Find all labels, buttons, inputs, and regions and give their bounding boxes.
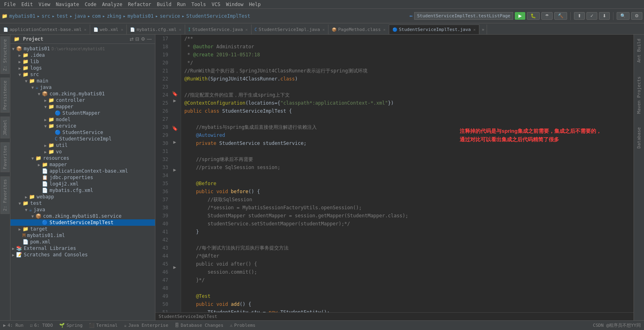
tab-overflow[interactable]: » <box>479 25 487 34</box>
tab-close-icon[interactable]: ✕ <box>322 27 325 32</box>
vcs-update-button[interactable]: ⬆ <box>574 12 585 20</box>
tree-item-mapper-res[interactable]: ▶ 📁 mapper <box>10 161 155 168</box>
tree-item-util[interactable]: ▶ 📁 util <box>10 142 155 148</box>
menu-view[interactable]: View <box>36 1 53 8</box>
tree-item-main[interactable]: ▼ 📁 main <box>10 78 155 84</box>
breadcrumb-test-class[interactable]: StudentServiceImplTest <box>186 13 250 19</box>
tab-close-icon[interactable]: ✕ <box>383 27 386 32</box>
tab-close-icon[interactable]: ✕ <box>245 27 248 32</box>
menu-build[interactable]: Build <box>155 1 174 8</box>
settings-button[interactable]: ⚙ <box>631 12 642 20</box>
coverage-button[interactable]: ☂ <box>541 12 553 20</box>
tree-item-model[interactable]: ▶ 📁 model <box>10 116 155 123</box>
tab-applicationcontext[interactable]: 📄 applicationContext-base.xml ✕ <box>0 25 90 34</box>
tree-item-studentservice[interactable]: ▶ 🔵 StudentService <box>10 129 155 136</box>
menu-window[interactable]: Window <box>223 1 246 8</box>
menu-edit[interactable]: Edit <box>19 1 35 8</box>
tree-item-log4j[interactable]: ▶ 📄 log4j2.xml <box>10 181 155 187</box>
tab-close-icon[interactable]: ✕ <box>473 27 476 32</box>
tree-item-webapp[interactable]: ▶ 📁 webapp <box>10 194 155 200</box>
tab-webxml[interactable]: 📄 web.xml ✕ <box>90 25 127 34</box>
left-tab-persistence[interactable]: Persistence <box>0 78 10 113</box>
tree-item-external-libs[interactable]: ▶ 📚 External Libraries <box>10 245 155 252</box>
tree-item-service[interactable]: ▼ 📁 service <box>10 123 155 129</box>
tree-item-test[interactable]: ▼ 📁 test <box>10 200 155 206</box>
tree-item-mybatiscfg[interactable]: ▶ 📄 mybatis.cfg.xml <box>10 187 155 194</box>
find-button[interactable]: 🔍 <box>617 12 630 20</box>
menu-refactor[interactable]: Refactor <box>126 1 154 8</box>
sidebar-collapse-btn[interactable]: ⊟ <box>135 36 139 42</box>
tree-item-mybatis01[interactable]: ▼ 📦 mybatis01 D:\workspace\mybatis01 <box>10 45 155 52</box>
tree-item-pom[interactable]: ▶ 📄 pom.xml <box>10 239 155 245</box>
tree-item-test-java[interactable]: ▼ ☕ java <box>10 206 155 213</box>
tree-item-studentmapper[interactable]: ▶ 🔵 StudentMapper <box>10 110 155 116</box>
left-tab-structure[interactable]: Z: Structure <box>0 36 10 74</box>
build-button[interactable]: 🔨 <box>554 12 567 20</box>
status-terminal[interactable]: ⬛ Terminal <box>89 323 118 328</box>
tab-studentserviceimpltest[interactable]: 🔵 StudentServiceImplTest.java ✕ <box>389 25 479 34</box>
tree-item-java[interactable]: ▼ ☕ java <box>10 84 155 91</box>
menu-tools[interactable]: Tools <box>189 1 208 8</box>
left-tab-favorites[interactable]: Favorites <box>0 142 10 172</box>
menu-help[interactable]: Help <box>247 1 263 8</box>
tree-item-iml[interactable]: ▶ M mybatis01.iml <box>10 232 155 239</box>
code-area[interactable]: /** * @author Administrator * @create 20… <box>181 35 634 312</box>
tree-item-logs[interactable]: ▶ 📁 logs <box>10 65 155 71</box>
tree-item-scratches[interactable]: ▶ 📝 Scratches and Consoles <box>10 252 155 258</box>
breadcrumb-service[interactable]: service <box>160 13 180 19</box>
tree-item-controller[interactable]: ▶ 📁 controller <box>10 97 155 103</box>
vcs-push-button[interactable]: ⬇ <box>599 12 610 20</box>
vcs-commit-button[interactable]: ✓ <box>586 12 597 20</box>
tree-item-target[interactable]: ▶ 📁 target <box>10 226 155 232</box>
tab-close-icon[interactable]: ✕ <box>121 27 123 32</box>
breadcrumb-test[interactable]: test <box>56 13 68 19</box>
menu-analyze[interactable]: Analyze <box>99 1 125 8</box>
breadcrumb-src[interactable]: src <box>41 13 50 19</box>
menu-file[interactable]: File <box>2 1 18 8</box>
tree-item-mapper[interactable]: ▼ 📁 mapper <box>10 103 155 110</box>
breadcrumb-mybatis01[interactable]: mybatis01 <box>9 13 35 19</box>
tab-mybatiscfg[interactable]: 📄 mybatis.cfg.xml ✕ <box>127 25 185 34</box>
sidebar-minimize-btn[interactable]: — <box>147 36 152 42</box>
right-tab-maven[interactable]: Maven Projects <box>635 74 643 116</box>
right-tab-antbuild[interactable]: Ant Build <box>635 36 643 65</box>
tree-item-lib[interactable]: ▶ 📁 lib <box>10 58 155 65</box>
right-tab-database[interactable]: Database <box>635 125 643 151</box>
sidebar-sync-btn[interactable]: ⇄ <box>130 36 134 42</box>
breadcrumb-mybatis01-2[interactable]: mybatis01 <box>128 13 154 19</box>
menu-vcs[interactable]: VCS <box>209 1 223 8</box>
tree-item-studentserviceimpltest[interactable]: ▶ 🔵 StudentServiceImplTest <box>10 219 155 226</box>
sidebar-settings-btn[interactable]: ⚙ <box>141 36 145 42</box>
menu-code[interactable]: Code <box>83 1 99 8</box>
tree-item-vo[interactable]: ▶ 📁 vo <box>10 148 155 155</box>
tree-item-resources[interactable]: ▼ 📁 resources <box>10 155 155 161</box>
menu-run[interactable]: Run <box>175 1 188 8</box>
tree-item-src[interactable]: ▼ 📁 src <box>10 71 155 78</box>
tree-item-appcontext[interactable]: ▶ 📄 applicationContext-base.xml <box>10 168 155 174</box>
tab-close-icon[interactable]: ✕ <box>179 27 182 32</box>
debug-button[interactable]: 🐛 <box>527 12 540 20</box>
menu-navigate[interactable]: Navigate <box>54 1 82 8</box>
status-run[interactable]: ▶ 4: Run <box>3 323 23 328</box>
tab-close-icon[interactable]: ✕ <box>84 27 87 32</box>
tree-item-studentserviceimpl[interactable]: ▶ C StudentServiceImpl <box>10 136 155 142</box>
breadcrumb-com[interactable]: com <box>92 13 101 19</box>
status-dbchanges[interactable]: 🗄 Database Changes <box>175 323 223 328</box>
breadcrumb-zking[interactable]: zking <box>107 13 121 19</box>
tab-studentservice[interactable]: I StudentService.java ✕ <box>185 25 252 34</box>
run-button[interactable]: ▶ <box>515 12 525 20</box>
tab-pagemethod[interactable]: 📦 PageMethod.class ✕ <box>328 25 389 34</box>
left-tab-jrebel[interactable]: JRebel <box>0 117 10 138</box>
status-problems[interactable]: ⚠ Problems <box>230 323 256 328</box>
run-config-dropdown[interactable]: StudentServiceImplTest.testListPage <box>414 12 513 20</box>
breadcrumb-java[interactable]: java <box>74 13 86 19</box>
status-spring[interactable]: 🌱 Spring <box>59 323 83 328</box>
tab-studentserviceimpl[interactable]: C StudentServiceImpl.java ✕ <box>252 25 328 34</box>
tree-item-jdbc[interactable]: ▶ 📋 jdbc.properties <box>10 174 155 181</box>
status-todo[interactable]: ☑ 6: TODO <box>30 323 53 328</box>
status-enterprise[interactable]: ☕ Java Enterprise <box>124 323 168 328</box>
left-tab-2favorites[interactable]: 2: Favorites <box>0 176 10 214</box>
tree-item-idea[interactable]: ▶ 📁 .idea <box>10 52 155 58</box>
tree-item-com-package[interactable]: ▼ 📦 com.zking.mybatis01 <box>10 91 155 97</box>
tree-item-test-package[interactable]: ▼ 📦 com.zking.mybatis01.service <box>10 213 155 219</box>
